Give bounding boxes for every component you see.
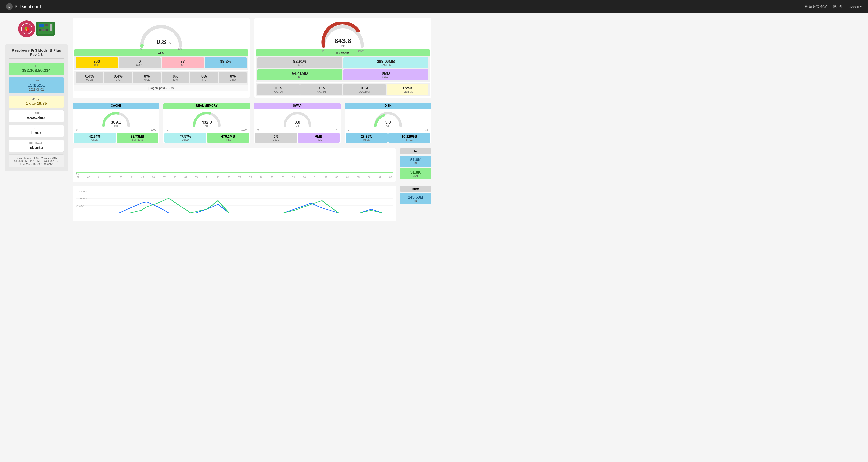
svg-rect-9 (46, 29, 49, 31)
time-label: TIME (11, 79, 62, 82)
hostname-label: HOSTNAME (11, 142, 61, 145)
uptime-label: UPTIME (11, 98, 62, 100)
swap-labels: 0 4 (254, 128, 341, 132)
io-in-card: 51.8K IN (400, 156, 431, 167)
date-value: 2021-08-02 (11, 88, 62, 91)
cache-gauge-labels: 0 1000 (73, 128, 159, 132)
content: 0.8 % 0 100 CPU 700 (73, 18, 431, 221)
navbar-brand: ⊙ Pi Dashboard (6, 3, 41, 10)
io-out-card: 51.8K OUT (400, 168, 431, 179)
io-out-value: 51.8K (402, 170, 429, 175)
mem-grid2: 0.15AVG.1M 0.15AVG.5M 0.14AVG.10M 1/253R… (256, 83, 430, 96)
navbar-title: Pi Dashboard (14, 4, 41, 9)
mem-used: 92.91% USED (257, 57, 342, 68)
cpu-gauge-svg: 0.8 % (137, 22, 185, 49)
mem-swap: 0MB SWAP (343, 69, 428, 80)
cache-section: CACHE 389.1 MB 0 1000 42.84% (73, 103, 159, 144)
pi-icon: ⊙ (6, 3, 12, 10)
uptime-card: UPTIME 1 day 18:35 (9, 96, 64, 107)
io-row: 0 596061 626364 656667 686970 717273 747… (73, 148, 431, 182)
gauges-row: 0.8 % 0 100 CPU 700 (73, 18, 431, 98)
user-value: www-data (11, 116, 61, 120)
cpu-iow: 0%IOW (162, 72, 189, 83)
svg-rect-6 (45, 24, 49, 26)
disk-gauge: 3.8 GB (345, 109, 431, 128)
mem-gauge-svg: 843.8 MB (319, 22, 367, 49)
mem-cached: 389.06MB CACHED (343, 57, 428, 68)
cpu-gauge: 0.8 % 0 100 (137, 22, 185, 49)
avg10m: 0.14AVG.10M (343, 84, 385, 95)
swap-gauge: 0.0 MB (254, 109, 341, 128)
cache-cells: 42.84% USED 22.73MB BUFFERS (73, 132, 159, 144)
net-chart-svg: 1250 1000 750 (75, 189, 393, 218)
navbar: ⊙ Pi Dashboard 树莓派实验室 趣小组 About ▼ (0, 0, 868, 13)
io-in-value: 51.8K (402, 158, 429, 162)
disk-free: 10.128GB FREE (389, 133, 431, 143)
cpu-stats: CPU 700 MHz 0 CORE 37 C° (73, 50, 250, 93)
os-card: OS Linux (9, 125, 64, 137)
svg-text:843.8: 843.8 (334, 37, 351, 44)
cache-header: CACHE (73, 103, 159, 109)
net-row: 1250 1000 750 eth0 245.68M IN (73, 186, 431, 221)
svg-text:%: % (168, 41, 171, 45)
ip-label: IP (11, 64, 62, 67)
cpu-sirq: 0%SIRQ (219, 72, 247, 83)
cache-used: 42.84% USED (74, 133, 116, 143)
svg-text:0.0: 0.0 (294, 120, 300, 125)
real-mem-cells: 47.57% USED 476.2MB FREE (163, 132, 250, 144)
time-card: TIME 15:05:51 2021-08-02 (9, 77, 64, 93)
eth0-in-value: 245.68M (402, 195, 429, 199)
cpu-cell-core: 0 CORE (119, 57, 161, 68)
sidebar: 🍓 Raspberry Pi 3 Model B Plus Rev 1.3 IP… (5, 18, 68, 221)
ip-value: 192.168.50.234 (11, 68, 62, 73)
cpu-irq: 0%IRQ (190, 72, 218, 83)
svg-rect-7 (39, 29, 41, 31)
swap-gauge-svg: 0.0 MB (282, 110, 313, 127)
running: 1/253RUNNING (386, 84, 429, 95)
hostname-card: HOSTNAME ubuntu (9, 140, 64, 152)
nav-link-lab[interactable]: 树莓派实验室 (805, 4, 827, 9)
nav-about[interactable]: About ▼ (849, 5, 862, 9)
cpu-grid1: 700 MHz 0 CORE 37 C° 99.2% (74, 56, 248, 70)
svg-text:🍓: 🍓 (24, 26, 30, 32)
navbar-right: 树莓派实验室 趣小组 About ▼ (805, 4, 862, 9)
real-memory-section: REAL MEMORY 432.0 MB 0 1000 47.57% (163, 103, 250, 144)
ip-card: IP 192.168.50.234 (9, 63, 64, 75)
svg-text:432.0: 432.0 (202, 120, 212, 125)
disk-cells: 27.28% USED 10.128GB FREE (345, 132, 431, 144)
cpu-cell-mhz: 700 MHz (75, 57, 118, 68)
io-chart-inner: 0 596061 626364 656667 686970 717273 747… (75, 151, 393, 179)
real-memory-header: REAL MEMORY (163, 103, 250, 109)
eth0-in-key: IN (402, 199, 429, 202)
swap-cells: 0% USED 0MB FREE (254, 132, 341, 144)
io-chart: 0 596061 626364 656667 686970 717273 747… (75, 151, 393, 179)
mem-section: 843.8 MB 0 1000 MEMORY 92.91% (254, 18, 431, 98)
eth0-header-card: eth0 (400, 186, 431, 192)
disk-section: DISK 3.8 GB 0 16 27.28% USED (345, 103, 431, 144)
cache-buffers: 22.73MB BUFFERS (117, 133, 159, 143)
eth0-in-card: 245.68M IN (400, 193, 431, 204)
avg5m: 0.15AVG.5M (301, 84, 343, 95)
disk-header: DISK (345, 103, 431, 109)
avg1m: 0.15AVG.1M (257, 84, 300, 95)
nav-link-group[interactable]: 趣小组 (833, 4, 843, 9)
cache-gauge: 389.1 MB (73, 109, 159, 128)
io-chart-area: 0 596061 626364 656667 686970 717273 747… (73, 148, 396, 182)
io-x-ticks: 596061 626364 656667 686970 717273 74757… (75, 176, 393, 179)
cpu-user: 0.4%USER (75, 72, 103, 83)
cpu-cell-idle: 99.2% IDLE (205, 57, 247, 68)
swap-free: 0MB FREE (298, 133, 340, 143)
cpu-sys: 0.4%SYS (104, 72, 132, 83)
svg-text:750: 750 (75, 205, 84, 207)
cpu-section: 0.8 % 0 100 CPU 700 (73, 18, 250, 98)
mem-gauge-container: 843.8 MB 0 1000 (254, 18, 431, 50)
io-chart-svg: 0 (75, 151, 393, 176)
svg-text:1000: 1000 (75, 197, 87, 200)
mem-grid1: 92.91% USED 389.06MB CACHED 64.41MB FREE (256, 56, 430, 82)
svg-text:389.1: 389.1 (111, 120, 121, 125)
net-chart-area: 1250 1000 750 (73, 186, 396, 221)
cache-gauge-svg: 389.1 MB (100, 110, 132, 127)
real-mem-gauge-svg: 432.0 MB (191, 110, 222, 127)
io-title: Io (402, 150, 429, 153)
swap-header: SWAP (254, 103, 341, 109)
